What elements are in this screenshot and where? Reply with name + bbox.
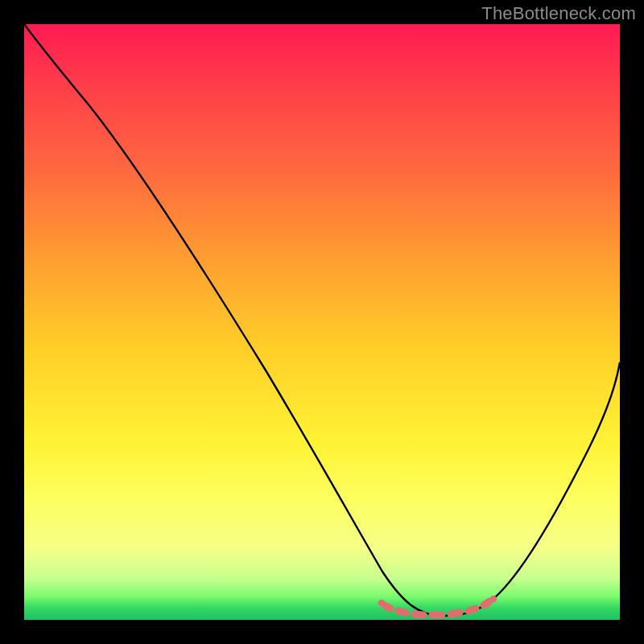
chart-frame: TheBottleneck.com <box>0 0 644 644</box>
svg-point-1 <box>490 596 497 602</box>
optimal-flat-segment <box>385 601 489 615</box>
optimal-end-dots <box>378 596 497 606</box>
curve-svg <box>24 24 620 620</box>
plot-area <box>24 24 620 620</box>
svg-point-0 <box>378 600 385 606</box>
watermark-label: TheBottleneck.com <box>481 3 636 24</box>
bottleneck-curve <box>24 24 620 616</box>
